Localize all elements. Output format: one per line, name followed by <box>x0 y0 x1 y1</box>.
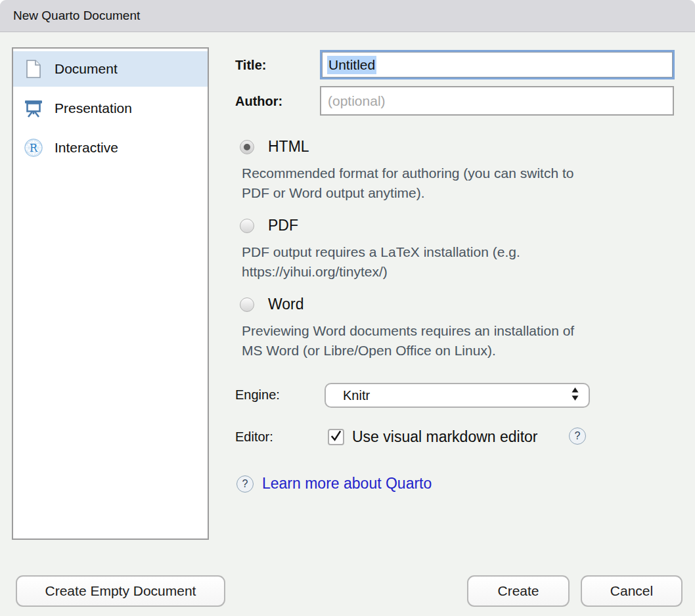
format-description-pdf: PDF output requires a LaTeX installation… <box>242 242 675 282</box>
sidebar-item-document[interactable]: Document <box>13 51 208 87</box>
new-quarto-document-dialog: New Quarto Document Document <box>0 0 695 616</box>
radio-html[interactable] <box>240 140 254 154</box>
engine-selected-value: Knitr <box>343 388 370 403</box>
learn-more-row: ? Learn more about Quarto <box>236 475 432 493</box>
shiny-r-icon: R <box>24 137 43 158</box>
learn-more-link[interactable]: Learn more about Quarto <box>262 475 432 493</box>
format-option-pdf[interactable]: PDF <box>240 217 298 234</box>
author-placeholder: (optional) <box>328 93 386 109</box>
engine-select[interactable]: Knitr <box>325 383 590 408</box>
create-empty-document-button[interactable]: Create Empty Document <box>16 575 225 607</box>
learn-more-help-icon[interactable]: ? <box>236 475 254 493</box>
format-description-word: Previewing Word documents requires an in… <box>242 321 675 361</box>
cancel-button[interactable]: Cancel <box>581 575 683 607</box>
stepper-arrows-icon <box>571 387 579 405</box>
presentation-easel-icon <box>24 98 43 119</box>
visual-editor-checkbox-label[interactable]: Use visual markdown editor <box>352 428 538 446</box>
visual-editor-checkbox[interactable] <box>328 429 344 445</box>
engine-label: Engine: <box>235 387 280 403</box>
title-input-selected-text: Untitled <box>327 56 376 74</box>
svg-text:R: R <box>30 142 38 154</box>
sidebar-item-interactive[interactable]: R Interactive <box>13 130 208 165</box>
visual-editor-help-icon[interactable]: ? <box>569 428 586 445</box>
editor-label: Editor: <box>235 429 273 445</box>
sidebar-item-label: Presentation <box>55 100 132 116</box>
title-label: Title: <box>235 58 266 73</box>
dialog-title: New Quarto Document <box>13 9 140 23</box>
checkmark-icon <box>329 429 343 443</box>
document-type-list: Document Presentation R <box>12 47 209 540</box>
sidebar-item-presentation[interactable]: Presentation <box>13 91 208 126</box>
format-option-word[interactable]: Word <box>240 296 304 313</box>
author-label: Author: <box>235 94 282 109</box>
format-label-word: Word <box>268 296 304 313</box>
dialog-titlebar: New Quarto Document <box>0 0 695 32</box>
document-icon <box>24 58 43 79</box>
format-label-pdf: PDF <box>268 217 298 234</box>
radio-word[interactable] <box>240 297 254 312</box>
format-label-html: HTML <box>268 138 309 156</box>
create-button[interactable]: Create <box>467 575 570 607</box>
sidebar-item-label: Interactive <box>55 140 118 156</box>
format-description-html: Recommended format for authoring (you ca… <box>242 164 675 203</box>
title-input[interactable]: Untitled <box>320 50 675 79</box>
radio-pdf[interactable] <box>240 219 254 233</box>
author-input[interactable]: (optional) <box>320 86 674 116</box>
format-option-html[interactable]: HTML <box>240 138 309 156</box>
sidebar-item-label: Document <box>55 61 118 77</box>
